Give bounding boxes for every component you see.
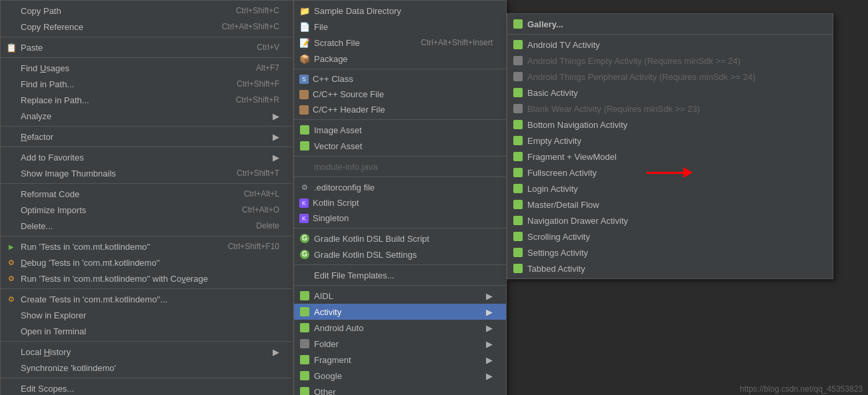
menu-item-vector-asset[interactable]: Vector Asset <box>294 138 506 154</box>
gradle-build-icon: G <box>299 233 310 244</box>
menu-item-edit-scopes[interactable]: Edit Scopes... <box>1 380 293 395</box>
thumbnails-icon <box>6 168 17 179</box>
menu-item-debug-tests[interactable]: ⚙ Debug 'Tests in 'com.mt.kotlindemo'' <box>1 254 293 270</box>
fragment-vm-icon <box>513 151 523 162</box>
menu-item-image-asset[interactable]: Image Asset <box>294 122 506 138</box>
menu-item-replace-in-path[interactable]: Replace in Path... Ctrl+Shift+R <box>1 92 293 108</box>
menu-item-settings[interactable]: Settings Activity <box>507 244 833 260</box>
menu-item-c-source[interactable]: C/C++ Source File <box>294 87 506 102</box>
copy-ref-icon <box>6 21 17 32</box>
delete-icon <box>6 220 17 231</box>
submenu-arrow: ▶ <box>486 307 493 317</box>
templates-icon <box>299 270 310 280</box>
menu-item-kotlin-script[interactable]: K Kotlin Script <box>294 195 506 210</box>
menu-item-master-detail[interactable]: Master/Detail Flow <box>507 197 833 212</box>
menu-item-reformat[interactable]: Reformat Code Ctrl+Alt+L <box>1 186 293 202</box>
menu-item-module-info[interactable]: module-info.java <box>294 159 506 175</box>
menu-item-android-things-peripheral[interactable]: Android Things Peripheral Activity (Requ… <box>507 69 833 85</box>
menu-item-aidl[interactable]: AIDL ▶ <box>294 288 506 304</box>
blank-wear-icon <box>513 103 523 114</box>
master-detail-icon <box>513 199 523 210</box>
find-path-icon <box>6 79 17 89</box>
separator <box>294 69 506 69</box>
replace-icon <box>6 95 17 105</box>
menu-item-create-tests[interactable]: ⚙ Create 'Tests in 'com.mt.kotlindemo''.… <box>1 291 293 307</box>
menu-item-fragment[interactable]: Fragment ▶ <box>294 352 506 368</box>
menu-item-gallery[interactable]: Gallery... <box>507 16 833 32</box>
menu-item-delete[interactable]: Delete... Delete <box>1 218 293 234</box>
status-bar-url: https://blog.csdn.net/qq_45353823 <box>735 383 868 395</box>
separator <box>294 156 506 157</box>
terminal-icon <box>6 326 17 336</box>
menu-item-google[interactable]: Google ▶ <box>294 368 506 384</box>
menu-item-singleton[interactable]: K Singleton <box>294 210 506 226</box>
image-asset-icon <box>299 125 310 135</box>
module-icon <box>299 161 310 172</box>
separator <box>294 119 506 120</box>
menu-item-activity[interactable]: Activity ▶ <box>294 304 506 320</box>
menu-item-scratch-file[interactable]: 📝 Scratch File Ctrl+Alt+Shift+Insert <box>294 35 506 51</box>
separator <box>1 341 293 342</box>
menu-item-copy-reference[interactable]: Copy Reference Ctrl+Alt+Shift+C <box>1 19 293 35</box>
menu-item-fragment-viewmodel[interactable]: Fragment + ViewModel <box>507 149 833 165</box>
menu-item-folder[interactable]: Folder ▶ <box>294 336 506 352</box>
fragment-icon <box>299 354 310 365</box>
menu-item-empty-activity[interactable]: Empty Activity <box>507 133 833 149</box>
menu-item-other[interactable]: Other <box>294 384 506 395</box>
menu-item-paste[interactable]: 📋 Paste Ctrl+V <box>1 39 293 55</box>
menu-item-login[interactable]: Login Activity <box>507 181 833 197</box>
menu-item-blank-wear[interactable]: Blank Wear Activity (Requires minSdk >= … <box>507 101 833 117</box>
menu-item-find-in-path[interactable]: Find in Path... Ctrl+Shift+F <box>1 76 293 92</box>
reformat-icon <box>6 189 17 199</box>
menu-item-package[interactable]: 📦 Package <box>294 51 506 67</box>
menu-item-run-coverage[interactable]: ⚙ Run 'Tests in 'com.mt.kotlindemo'' wit… <box>1 270 293 286</box>
submenu-arrow: ▶ <box>486 291 493 301</box>
menu-item-find-usages[interactable]: Find Usages Alt+F7 <box>1 60 293 76</box>
menu-item-android-things-empty[interactable]: Android Things Empty Activity (Requires … <box>507 53 833 69</box>
separator <box>294 228 506 228</box>
menu-item-show-thumbnails[interactable]: Show Image Thumbnails Ctrl+Shift+T <box>1 165 293 181</box>
menu-item-gradle-settings[interactable]: G Gradle Kotlin DSL Settings <box>294 246 506 262</box>
separator <box>294 264 506 265</box>
menu-item-local-history[interactable]: Local History ▶ <box>1 344 293 360</box>
run-icon: ▶ <box>6 241 17 252</box>
menu-item-nav-drawer[interactable]: Navigation Drawer Activity <box>507 212 833 228</box>
menu-item-sample-data[interactable]: 📁 Sample Data Directory <box>294 3 506 19</box>
coverage-icon: ⚙ <box>6 273 17 284</box>
menu-item-open-terminal[interactable]: Open in Terminal <box>1 323 293 339</box>
menu-item-optimize-imports[interactable]: Optimize Imports Ctrl+Alt+O <box>1 202 293 218</box>
menu-item-run-tests[interactable]: ▶ Run 'Tests in 'com.mt.kotlindemo'' Ctr… <box>1 238 293 254</box>
folder-submenu-icon <box>299 338 310 349</box>
create-icon: ⚙ <box>6 294 17 304</box>
menu-item-gradle-build[interactable]: G Gradle Kotlin DSL Build Script <box>294 230 506 246</box>
menu-item-tabbed[interactable]: Tabbed Activity <box>507 260 833 276</box>
menu-item-basic-activity[interactable]: Basic Activity <box>507 85 833 101</box>
submenu-arrow: ▶ <box>486 339 493 349</box>
menu-item-analyze[interactable]: Analyze ▶ <box>1 108 293 124</box>
menu-item-refactor[interactable]: Refactor ▶ <box>1 129 293 145</box>
android-things-empty-icon <box>513 55 523 66</box>
menu-item-file[interactable]: 📄 File <box>294 19 506 35</box>
menu-item-edit-templates[interactable]: Edit File Templates... <box>294 267 506 283</box>
menu-item-synchronize[interactable]: Synchronize 'kotlindemo' <box>1 360 293 376</box>
menu-item-bottom-navigation[interactable]: Bottom Navigation Activity <box>507 117 833 133</box>
android-tv-icon <box>513 39 523 50</box>
sync-icon <box>6 362 17 373</box>
menu-item-cpp-class[interactable]: S C++ Class <box>294 71 506 87</box>
find-icon <box>6 63 17 73</box>
new-submenu: 📁 Sample Data Directory 📄 File 📝 Scratch… <box>293 0 507 395</box>
menu-item-android-tv[interactable]: Android TV Activity <box>507 37 833 53</box>
menu-item-scrolling[interactable]: Scrolling Activity <box>507 228 833 244</box>
scopes-icon <box>6 383 17 394</box>
separator <box>1 37 293 37</box>
menu-item-android-auto[interactable]: Android Auto ▶ <box>294 320 506 336</box>
menu-item-copy-path[interactable]: Copy Path Ctrl+Shift+C <box>1 3 293 19</box>
menu-item-c-header[interactable]: C/C++ Header File <box>294 102 506 117</box>
basic-activity-icon <box>513 87 523 98</box>
separator <box>1 183 293 184</box>
analyze-icon <box>6 111 17 121</box>
menu-item-add-favorites[interactable]: Add to Favorites ▶ <box>1 149 293 165</box>
menu-item-editorconfig[interactable]: ⚙ .editorconfig file <box>294 179 506 195</box>
separator <box>1 236 293 236</box>
menu-item-show-explorer[interactable]: Show in Explorer <box>1 307 293 323</box>
